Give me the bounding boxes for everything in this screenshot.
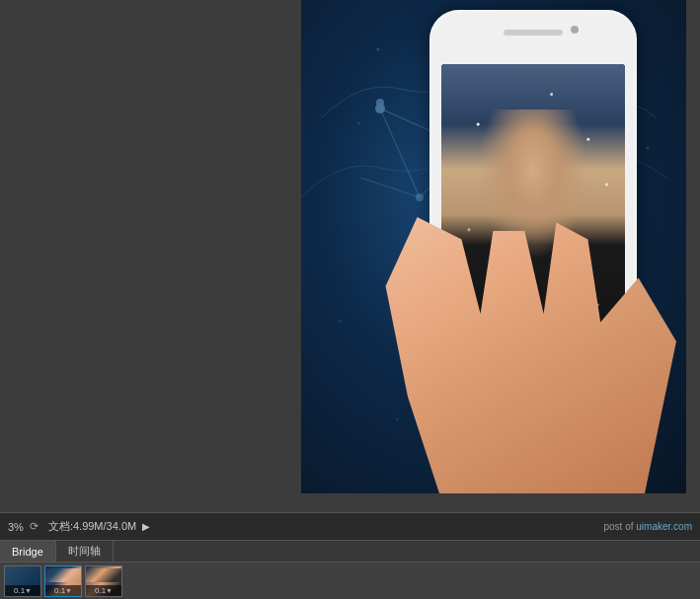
- thumb-arrow-2[interactable]: ▼: [65, 587, 72, 594]
- thumb-label-3: 0.1 ▼: [86, 585, 121, 596]
- svg-rect-14: [376, 107, 384, 112]
- bottom-panel: Bridge 时间轴 0.1 ▼ 2 0.1 ▼ 3 0.1 ▼: [0, 540, 700, 599]
- thumbnails-bar: 0.1 ▼ 2 0.1 ▼ 3 0.1 ▼: [0, 562, 700, 599]
- doc-info: 文档:4.99M/34.0M: [48, 519, 136, 534]
- phone-speaker: [504, 30, 563, 36]
- thumbnail-2[interactable]: 2 0.1 ▼: [44, 565, 82, 597]
- post-credit: post of uimaker.com: [604, 521, 693, 532]
- svg-point-10: [416, 193, 424, 201]
- artwork-container: [301, 0, 686, 493]
- recycle-icon[interactable]: ⟳: [30, 520, 39, 533]
- svg-point-13: [376, 99, 384, 107]
- play-button[interactable]: ▶: [142, 521, 150, 532]
- thumb-arrow-3[interactable]: ▼: [106, 587, 113, 594]
- thumbnail-1[interactable]: 0.1 ▼: [4, 565, 41, 597]
- thumb-label-2: 0.1 ▼: [45, 585, 81, 596]
- tab-timeline[interactable]: 时间轴: [56, 541, 114, 562]
- thumbnail-3[interactable]: 3 0.1 ▼: [85, 565, 122, 597]
- zoom-level: 3%: [8, 521, 24, 533]
- site-link: uimaker.com: [636, 521, 692, 532]
- thumb-label-1: 0.1 ▼: [5, 585, 40, 596]
- status-bar: 3% ⟳ 文档:4.99M/34.0M ▶ post of uimaker.co…: [0, 512, 700, 540]
- phone-camera: [571, 26, 579, 34]
- canvas-area: [0, 0, 700, 512]
- tab-bridge[interactable]: Bridge: [0, 541, 56, 562]
- thumb-arrow-1[interactable]: ▼: [25, 587, 32, 594]
- tab-bar: Bridge 时间轴: [0, 541, 700, 562]
- svg-line-2: [380, 109, 420, 197]
- svg-line-6: [360, 178, 420, 197]
